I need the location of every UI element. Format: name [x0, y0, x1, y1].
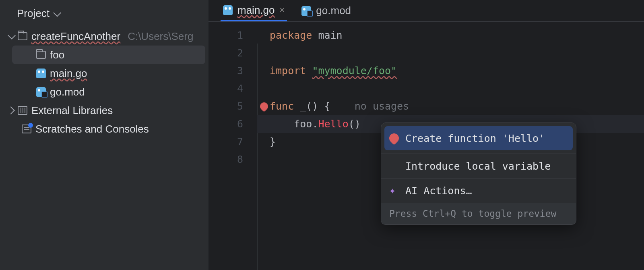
line-number[interactable]: 4 — [208, 80, 257, 98]
tree-label: createFuncAnother — [31, 30, 120, 43]
code-content[interactable]: package main import "mymodule/foo" func … — [257, 22, 644, 270]
intention-create-function[interactable]: Create function 'Hello' — [384, 126, 573, 150]
code-line[interactable]: package main — [257, 27, 644, 44]
chevron-right-icon[interactable] — [7, 106, 15, 114]
go-file-icon — [223, 5, 233, 15]
folder-icon — [36, 51, 46, 59]
code-line[interactable]: import "mymodule/foo" — [257, 62, 644, 80]
intention-introduce-variable[interactable]: Introduce local variable — [381, 154, 576, 178]
project-header[interactable]: Project — [0, 4, 208, 27]
tree-label: foo — [50, 49, 64, 61]
tree-label: External Libraries — [31, 104, 113, 117]
intention-label: Create function 'Hello' — [405, 133, 545, 144]
code-line[interactable] — [257, 44, 644, 62]
folder-icon — [18, 32, 27, 40]
editor-tabs: main.go × go.mod — [208, 0, 644, 22]
code-editor[interactable]: 1 2 3 4 5 6 7 8 package main import "mym… — [208, 22, 644, 270]
tree-root[interactable]: createFuncAnother C:\Users\Serg — [0, 27, 208, 46]
code-line[interactable] — [257, 80, 644, 98]
tree-label: main.go — [50, 67, 87, 80]
line-number[interactable]: 6 — [208, 115, 257, 133]
tab-label: main.go — [237, 4, 275, 17]
tree-item-go-mod[interactable]: go.mod — [0, 83, 208, 101]
go-mod-icon — [36, 87, 46, 97]
go-mod-icon — [301, 6, 311, 16]
quickfix-bulb-icon — [387, 131, 401, 145]
line-number[interactable]: 3 — [208, 62, 257, 80]
tree-scratches[interactable]: Scratches and Consoles — [0, 120, 208, 138]
gutter: 1 2 3 4 5 6 7 8 — [208, 22, 257, 270]
line-number[interactable]: 7 — [208, 133, 257, 151]
tree-label: go.mod — [50, 86, 85, 98]
chevron-down-icon[interactable] — [8, 31, 16, 39]
popup-footer-hint: Press Ctrl+Q to toggle preview — [381, 203, 576, 224]
tab-label: go.mod — [316, 4, 351, 17]
tree-external-libraries[interactable]: External Libraries — [0, 101, 208, 120]
project-tool-window: Project createFuncAnother C:\Users\Serg … — [0, 0, 208, 270]
intention-label: Introduce local variable — [405, 160, 551, 172]
close-icon[interactable]: × — [280, 5, 285, 15]
intention-label: AI Actions… — [405, 185, 472, 197]
tab-main-go[interactable]: main.go × — [221, 0, 287, 21]
intention-ai-actions[interactable]: AI Actions… — [381, 179, 576, 203]
line-number[interactable]: 1 — [208, 27, 257, 44]
intention-popup: Create function 'Hello' Introduce local … — [381, 123, 576, 225]
tab-go-mod[interactable]: go.mod — [299, 0, 353, 21]
line-number[interactable]: 5 — [208, 98, 257, 115]
tree-item-main-go[interactable]: main.go — [0, 64, 208, 83]
tree-label: Scratches and Consoles — [35, 123, 149, 135]
line-number[interactable]: 8 — [208, 151, 257, 168]
ai-sparkle-icon — [389, 186, 399, 195]
go-file-icon — [36, 69, 46, 78]
tree-item-foo[interactable]: foo — [12, 46, 205, 64]
chevron-down-icon — [53, 8, 61, 17]
library-icon — [18, 106, 27, 115]
usage-hint[interactable]: no usages — [355, 100, 409, 112]
line-number[interactable]: 2 — [208, 44, 257, 62]
editor-area: main.go × go.mod 1 2 3 4 5 6 7 8 package… — [208, 0, 644, 270]
code-line[interactable]: func _() { no usages — [257, 98, 644, 115]
project-title: Project — [17, 7, 50, 20]
tree-path: C:\Users\Serg — [128, 30, 193, 43]
project-tree: createFuncAnother C:\Users\Serg foo main… — [0, 27, 208, 138]
scratches-icon — [22, 125, 31, 133]
